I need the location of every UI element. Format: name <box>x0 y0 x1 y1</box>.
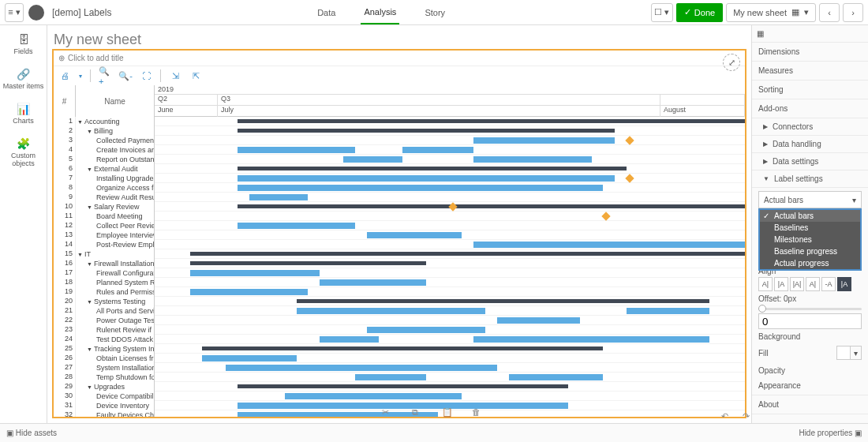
sheet-name-control[interactable]: My new sheet ▦ ▾ <box>726 3 816 22</box>
table-row[interactable]: 3Collected Payments Review <box>54 136 154 145</box>
collapse-all-icon[interactable]: ⇱ <box>189 69 202 82</box>
align-left-outside[interactable]: A| <box>758 277 773 291</box>
offset-slider[interactable] <box>758 308 862 310</box>
bookmark-button[interactable]: ☐ ▾ <box>651 3 673 22</box>
table-row[interactable]: 16▼Firewall Installation <box>54 259 154 268</box>
done-button[interactable]: ✓ Done <box>676 3 723 22</box>
milestone-diamond[interactable] <box>626 136 634 144</box>
summary-bar[interactable] <box>238 129 615 133</box>
props-dimensions[interactable]: Dimensions <box>752 43 868 62</box>
props-connectors[interactable]: ▶Connectors <box>752 118 868 136</box>
task-bar[interactable] <box>402 147 473 153</box>
task-bar[interactable] <box>355 374 426 380</box>
task-bar[interactable] <box>238 223 356 229</box>
expand-viz-button[interactable]: ⤢ <box>723 54 740 71</box>
table-row[interactable]: 6▼External Audit <box>54 164 154 174</box>
align-center[interactable]: |A| <box>790 277 804 291</box>
dropdown-option[interactable]: Actual progress <box>760 257 860 269</box>
asset-custom[interactable]: 🧩Custom objects <box>0 133 47 175</box>
props-data-handling[interactable]: ▶Data handling <box>752 136 868 153</box>
delete-icon[interactable]: 🗑 <box>472 407 486 421</box>
table-row[interactable]: 14Post-Review Employee Interview <box>54 240 154 249</box>
table-row[interactable]: 8Organize Access for External Auditors <box>54 183 154 193</box>
summary-bar[interactable] <box>238 167 627 170</box>
gantt-timeline[interactable]: 2019 Q2Q3 JuneJulyAugust <box>155 85 745 417</box>
hide-properties-button[interactable]: Hide properties ▣ <box>799 429 862 437</box>
asset-charts[interactable]: 📊Charts <box>0 98 47 133</box>
summary-bar[interactable] <box>202 346 604 350</box>
hide-assets-button[interactable]: ▣ Hide assets <box>6 429 57 437</box>
table-row[interactable]: 1▼Accounting <box>54 117 154 126</box>
props-sorting[interactable]: Sorting <box>752 81 868 99</box>
props-table-icon[interactable]: ▦ <box>752 25 868 43</box>
task-bar[interactable] <box>297 308 485 314</box>
summary-bar[interactable] <box>238 384 568 388</box>
task-bar[interactable] <box>238 175 615 182</box>
next-sheet-button[interactable]: › <box>843 3 863 22</box>
tab-analysis[interactable]: Analysis <box>361 1 399 24</box>
dropdown-option[interactable]: Baselines <box>760 222 860 234</box>
table-row[interactable]: 18Planned System Restart <box>54 278 154 287</box>
fit-icon[interactable]: ⛶ <box>140 69 152 82</box>
task-bar[interactable] <box>343 156 402 163</box>
table-row[interactable]: 31Device Inventory <box>54 401 154 410</box>
table-row[interactable]: 21All Ports and Services Test <box>54 306 154 316</box>
table-row[interactable]: 24Test DDOS Attack <box>54 335 154 344</box>
viz-frame[interactable]: ⊕ Click to add title ⤢ 🖨▾ 🔍+ 🔍- ⛶ ⇲ ⇱ # … <box>52 49 746 418</box>
table-row[interactable]: 29▼Upgrades <box>54 382 154 391</box>
cut-icon[interactable]: ✂ <box>382 407 396 421</box>
props-measures[interactable]: Measures <box>752 62 868 81</box>
fill-swatch[interactable]: ▾ <box>836 346 862 360</box>
table-row[interactable]: 27System Installation <box>54 363 154 373</box>
table-row[interactable]: 23Rulenet Review if Needed <box>54 325 154 335</box>
summary-bar[interactable] <box>190 252 745 256</box>
table-row[interactable]: 28Temp Shutdown for IT Audits <box>54 373 154 382</box>
task-bar[interactable] <box>238 185 604 191</box>
table-row[interactable]: 10▼Salary Review <box>54 202 154 212</box>
copy-icon[interactable]: ⧉ <box>412 407 426 421</box>
offset-input[interactable] <box>758 313 862 329</box>
table-row[interactable]: 19Rules and Permissions Audit <box>54 287 154 297</box>
prev-sheet-button[interactable]: ‹ <box>819 3 840 22</box>
task-bar[interactable] <box>320 279 426 286</box>
zoom-in-icon[interactable]: 🔍+ <box>99 69 111 82</box>
summary-bar[interactable] <box>238 119 745 123</box>
task-bar[interactable] <box>473 156 592 163</box>
table-row[interactable]: 7Installing Upgrades <box>54 174 154 183</box>
table-row[interactable]: 20▼Systems Testing <box>54 297 154 306</box>
task-bar[interactable] <box>367 327 485 333</box>
dropdown-option[interactable]: Baseline progress <box>760 245 860 257</box>
task-bar[interactable] <box>497 317 580 324</box>
align-right-outside[interactable]: -A <box>821 277 836 291</box>
table-row[interactable]: 2▼Billing <box>54 126 154 136</box>
expand-all-icon[interactable]: ⇲ <box>169 69 181 82</box>
props-appearance[interactable]: Appearance <box>752 376 868 395</box>
paste-icon[interactable]: 📋 <box>442 407 456 421</box>
task-bar[interactable] <box>190 289 309 295</box>
task-bar[interactable] <box>473 242 745 248</box>
task-bar[interactable] <box>509 374 604 380</box>
align-right-inside[interactable]: A| <box>806 277 820 291</box>
table-row[interactable]: 26Obtain Licenses from the Vendor <box>54 354 154 363</box>
dropdown-option[interactable]: Milestones <box>760 234 860 245</box>
task-bar[interactable] <box>473 137 615 144</box>
label-target-select[interactable]: Actual bars ▾ Actual barsBaselinesMilest… <box>758 191 862 208</box>
props-addons[interactable]: Add-ons <box>752 99 868 118</box>
asset-master[interactable]: 🔗Master items <box>0 63 47 98</box>
table-row[interactable]: 30Device Compatibility Review <box>54 391 154 401</box>
align-left-inside[interactable]: |A <box>774 277 788 291</box>
align-far-right[interactable]: |A <box>837 277 851 291</box>
app-menu-button[interactable]: ≡ ▾ <box>5 3 24 22</box>
task-bar[interactable] <box>190 270 320 276</box>
table-row[interactable]: 9Review Audit Results <box>54 193 154 202</box>
summary-bar[interactable] <box>238 204 745 208</box>
summary-bar[interactable] <box>190 261 426 265</box>
milestone-diamond[interactable] <box>626 174 634 182</box>
asset-fields[interactable]: 🗄Fields <box>0 28 47 63</box>
milestone-diamond[interactable] <box>602 212 611 220</box>
task-bar[interactable] <box>226 365 497 371</box>
table-row[interactable]: 25▼Tracking System Installation <box>54 344 154 354</box>
props-label-settings[interactable]: ▼Label settings <box>752 170 868 188</box>
table-row[interactable]: 13Employee Interviews <box>54 230 154 240</box>
table-row[interactable]: 15▼IT <box>54 249 154 259</box>
